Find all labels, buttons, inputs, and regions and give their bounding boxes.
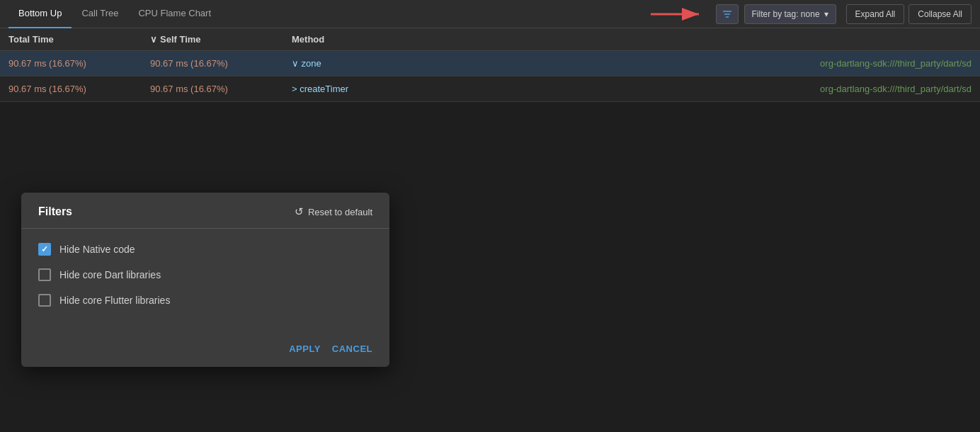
reset-icon: ↺ (295, 205, 304, 218)
cell-self: 90.67 ms (16.67%) (150, 84, 292, 94)
cell-total: 90.67 ms (16.67%) (8, 58, 150, 69)
checkbox-hide-dart-input[interactable] (38, 268, 51, 281)
tab-bottom-up[interactable]: Bottom Up (8, 0, 72, 28)
main-container: Bottom Up Call Tree CPU Flame Chart (0, 0, 980, 102)
table-header: Total Time ∨ Self Time Method (0, 28, 980, 51)
col-header-total[interactable]: Total Time (8, 34, 150, 45)
checkbox-hide-native-input[interactable] (38, 243, 51, 256)
collapse-all-button[interactable]: Collapse All (908, 4, 972, 24)
cell-method: ∨ zone (292, 58, 820, 69)
cell-method: > createTimer (292, 84, 820, 94)
dialog-title: Filters (38, 205, 72, 218)
table-row[interactable]: 90.67 ms (16.67%) 90.67 ms (16.67%) ∨ zo… (0, 51, 980, 76)
tab-call-tree[interactable]: Call Tree (72, 0, 128, 28)
cell-self: 90.67 ms (16.67%) (150, 58, 292, 69)
red-arrow-indicator (651, 6, 707, 23)
checkbox-hide-flutter-label: Hide core Flutter libraries (59, 295, 170, 306)
filter-dialog: Filters ↺ Reset to default Hide Native c… (21, 193, 389, 367)
reset-label: Reset to default (308, 207, 372, 217)
checkbox-hide-native[interactable]: Hide Native code (38, 243, 372, 256)
checkbox-hide-native-label: Hide Native code (59, 244, 135, 255)
sort-indicator: ∨ (150, 34, 157, 45)
cell-source: org-dartlang-sdk:///third_party/dart/sd (820, 58, 972, 69)
apply-button[interactable]: APPLY (289, 343, 321, 354)
expand-all-button[interactable]: Expand All (846, 4, 905, 24)
reset-to-default-button[interactable]: ↺ Reset to default (295, 205, 372, 218)
filter-icon (722, 9, 732, 19)
arrow-svg (651, 6, 707, 23)
checkbox-hide-flutter[interactable]: Hide core Flutter libraries (38, 294, 372, 307)
filter-tag-label: Filter by tag: none (752, 9, 820, 19)
cancel-button[interactable]: CANCEL (332, 343, 372, 354)
table-row[interactable]: 90.67 ms (16.67%) 90.67 ms (16.67%) > cr… (0, 76, 980, 102)
toolbar: Bottom Up Call Tree CPU Flame Chart (0, 0, 980, 28)
tab-cpu-flame-chart[interactable]: CPU Flame Chart (128, 0, 221, 28)
table-content: 90.67 ms (16.67%) 90.67 ms (16.67%) ∨ zo… (0, 51, 980, 102)
checkbox-hide-dart-label: Hide core Dart libraries (59, 269, 161, 280)
filter-tag-button[interactable]: Filter by tag: none ▾ (744, 4, 836, 24)
col-header-self[interactable]: ∨ Self Time (150, 34, 292, 45)
cell-total: 90.67 ms (16.67%) (8, 84, 150, 94)
filter-icon-button[interactable] (716, 4, 739, 24)
filter-tag-chevron-icon: ▾ (824, 9, 828, 19)
checkbox-hide-flutter-input[interactable] (38, 294, 51, 307)
checkbox-hide-dart[interactable]: Hide core Dart libraries (38, 268, 372, 281)
col-header-method[interactable]: Method (292, 34, 972, 45)
dialog-header: Filters ↺ Reset to default (21, 193, 389, 229)
dialog-body: Hide Native code Hide core Dart librarie… (21, 229, 389, 334)
cell-source: org-dartlang-sdk:///third_party/dart/sd (820, 84, 972, 94)
dialog-footer: APPLY CANCEL (21, 334, 389, 367)
